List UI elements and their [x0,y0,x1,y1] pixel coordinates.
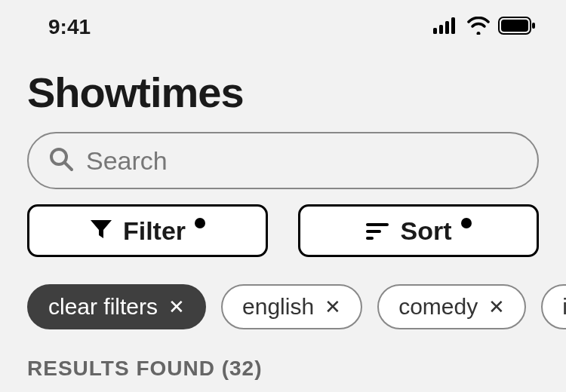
clear-filters-chip[interactable]: clear filters ✕ [27,284,206,329]
close-icon: ✕ [325,296,341,319]
svg-rect-10 [366,230,381,233]
sort-button[interactable]: Sort [298,204,539,257]
chip-label: english [242,294,314,320]
page-title: Showtimes [0,47,566,132]
search-input[interactable]: Search [27,132,539,189]
svg-rect-3 [451,17,455,34]
svg-rect-11 [366,237,374,240]
svg-rect-9 [366,223,389,226]
svg-rect-5 [501,20,528,32]
svg-rect-1 [439,25,443,34]
chip-label: comedy [398,294,478,320]
svg-rect-0 [433,28,437,34]
sort-active-dot [461,218,472,228]
close-icon: ✕ [168,296,185,319]
filter-chip-english[interactable]: english ✕ [221,284,362,329]
svg-rect-2 [445,21,449,34]
results-count: RESULTS FOUND (32) [27,357,539,381]
sort-icon [366,216,390,246]
filter-label: Filter [123,216,186,246]
filter-chip-comedy[interactable]: comedy ✕ [377,284,526,329]
filter-chips: clear filters ✕ english ✕ comedy ✕ imax … [27,284,566,329]
cellular-icon [433,17,459,37]
filter-button[interactable]: Filter [27,204,268,257]
search-icon [48,146,74,175]
svg-line-8 [65,163,72,170]
status-icons [433,17,536,38]
filter-active-dot [195,218,205,228]
status-bar: 9:41 [0,0,566,47]
battery-icon [498,17,536,38]
search-placeholder: Search [86,146,168,176]
status-time: 9:41 [48,15,91,39]
filter-icon [90,216,112,246]
wifi-icon [466,17,491,38]
chip-label: imax [562,294,566,320]
chip-label: clear filters [48,294,158,320]
svg-rect-6 [532,23,535,29]
close-icon: ✕ [488,296,505,319]
filter-chip-imax[interactable]: imax ✕ [541,284,566,329]
sort-label: Sort [401,216,452,246]
